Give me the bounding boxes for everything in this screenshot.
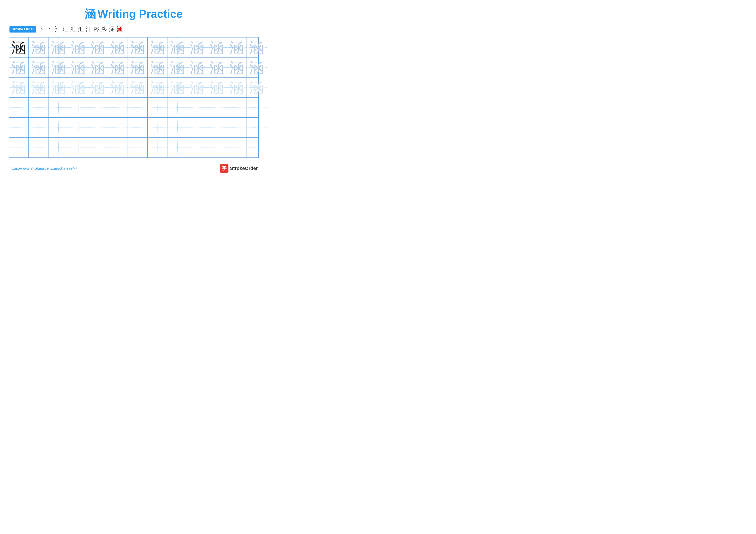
grid-cell-r2-c8[interactable]: 涵 [148, 58, 168, 77]
cell-character: 涵 [111, 80, 125, 95]
cell-character: 涵 [210, 60, 224, 75]
grid-cell-r4-c11[interactable] [207, 98, 227, 117]
grid-cell-r2-c6[interactable]: 涵 [108, 58, 128, 77]
grid-cell-r4-c10[interactable] [187, 98, 207, 117]
grid-cell-r5-c11[interactable] [207, 117, 227, 138]
grid-cell-r1-c2[interactable]: 涵 [29, 38, 48, 57]
stroke-1: 丶 [39, 25, 45, 33]
grid-cell-r2-c13[interactable]: 涵 [247, 58, 267, 77]
grid-cell-r6-c12[interactable] [227, 138, 247, 158]
cell-character: 涵 [111, 40, 125, 55]
grid-cell-r3-c12[interactable]: 涵 [227, 78, 247, 97]
cell-character: 涵 [130, 40, 145, 55]
grid-cell-r4-c2[interactable] [29, 98, 48, 117]
grid-cell-r5-c4[interactable] [68, 117, 88, 138]
grid-cell-r4-c1[interactable] [9, 98, 29, 117]
grid-cell-r3-c8[interactable]: 涵 [148, 78, 168, 97]
cell-character: 涵 [130, 60, 145, 75]
grid-cell-r2-c10[interactable]: 涵 [187, 58, 207, 77]
grid-cell-r4-c9[interactable] [168, 98, 187, 117]
grid-cell-r6-c2[interactable] [29, 138, 48, 158]
grid-cell-r5-c9[interactable] [168, 117, 187, 138]
grid-cell-r6-c10[interactable] [187, 138, 207, 158]
grid-cell-r5-c2[interactable] [29, 117, 48, 138]
grid-cell-r3-c7[interactable]: 涵 [128, 78, 148, 97]
stroke-4: 汇 [63, 25, 68, 33]
grid-cell-r5-c8[interactable] [148, 117, 168, 138]
grid-cell-r2-c3[interactable]: 涵 [48, 58, 68, 77]
grid-cell-r2-c7[interactable]: 涵 [128, 58, 148, 77]
title-chinese-char: 涵 [85, 8, 96, 20]
grid-cell-r2-c12[interactable]: 涵 [227, 58, 247, 77]
grid-cell-r4-c6[interactable] [108, 98, 128, 117]
grid-cell-r6-c5[interactable] [88, 138, 108, 158]
grid-cell-r5-c1[interactable] [9, 117, 29, 138]
grid-cell-r4-c4[interactable] [68, 98, 88, 117]
grid-cell-r4-c8[interactable] [148, 98, 168, 117]
grid-cell-r1-c4[interactable]: 涵 [68, 38, 88, 57]
grid-cell-r1-c8[interactable]: 涵 [148, 38, 168, 57]
grid-cell-r6-c8[interactable] [148, 138, 168, 158]
cell-character: 涵 [71, 80, 86, 95]
grid-cell-r4-c7[interactable] [128, 98, 148, 117]
grid-cell-r1-c9[interactable]: 涵 [168, 38, 187, 57]
grid-cell-r6-c11[interactable] [207, 138, 227, 158]
grid-cell-r5-c13[interactable] [247, 117, 267, 138]
footer-brand: 字 StrokeOrder [220, 164, 258, 173]
stroke-10: 涿 [109, 25, 115, 33]
grid-cell-r3-c4[interactable]: 涵 [68, 78, 88, 97]
grid-cell-r5-c5[interactable] [88, 117, 108, 138]
grid-cell-r5-c12[interactable] [227, 117, 247, 138]
grid-cell-r4-c3[interactable] [48, 98, 68, 117]
grid-cell-r3-c9[interactable]: 涵 [168, 78, 187, 97]
cell-character: 涵 [249, 80, 264, 95]
grid-cell-r6-c7[interactable] [128, 138, 148, 158]
cell-character: 涵 [12, 80, 26, 95]
grid-cell-r3-c2[interactable]: 涵 [29, 78, 48, 97]
grid-cell-r1-c10[interactable]: 涵 [187, 38, 207, 57]
grid-cell-r2-c5[interactable]: 涵 [88, 58, 108, 77]
grid-cell-r3-c10[interactable]: 涵 [187, 78, 207, 97]
grid-cell-r1-c7[interactable]: 涵 [128, 38, 148, 57]
grid-cell-r5-c6[interactable] [108, 117, 128, 138]
grid-row-3: 涵涵涵涵涵涵涵涵涵涵涵涵涵 [9, 78, 258, 98]
grid-cell-r2-c9[interactable]: 涵 [168, 58, 187, 77]
grid-cell-r1-c3[interactable]: 涵 [48, 38, 68, 57]
grid-cell-r1-c5[interactable]: 涵 [88, 38, 108, 57]
cell-character: 涵 [210, 40, 224, 55]
grid-cell-r6-c3[interactable] [48, 138, 68, 158]
grid-cell-r3-c5[interactable]: 涵 [88, 78, 108, 97]
stroke-2: 丶 [47, 25, 53, 33]
cell-character: 涵 [249, 40, 264, 55]
grid-cell-r2-c1[interactable]: 涵 [9, 58, 29, 77]
grid-cell-r5-c10[interactable] [187, 117, 207, 138]
cell-character: 涵 [249, 60, 264, 75]
grid-cell-r4-c5[interactable] [88, 98, 108, 117]
grid-cell-r3-c3[interactable]: 涵 [48, 78, 68, 97]
grid-cell-r5-c3[interactable] [48, 117, 68, 138]
grid-cell-r5-c7[interactable] [128, 117, 148, 138]
grid-cell-r1-c6[interactable]: 涵 [108, 38, 128, 57]
grid-cell-r4-c13[interactable] [247, 98, 267, 117]
grid-cell-r4-c12[interactable] [227, 98, 247, 117]
grid-cell-r1-c11[interactable]: 涵 [207, 38, 227, 57]
grid-cell-r3-c1[interactable]: 涵 [9, 78, 29, 97]
grid-cell-r6-c1[interactable] [9, 138, 29, 158]
grid-cell-r1-c13[interactable]: 涵 [247, 38, 267, 57]
grid-cell-r2-c2[interactable]: 涵 [29, 58, 48, 77]
grid-cell-r6-c13[interactable] [247, 138, 267, 158]
grid-cell-r2-c11[interactable]: 涵 [207, 58, 227, 77]
grid-cell-r6-c6[interactable] [108, 138, 128, 158]
cell-character: 涵 [91, 80, 105, 95]
grid-cell-r3-c6[interactable]: 涵 [108, 78, 128, 97]
cell-character: 涵 [190, 60, 204, 75]
cell-character: 涵 [170, 40, 185, 55]
grid-cell-r2-c4[interactable]: 涵 [68, 58, 88, 77]
footer-url-link[interactable]: https://www.strokeorder.com/chinese/涵 [10, 166, 78, 171]
grid-cell-r6-c9[interactable] [168, 138, 187, 158]
grid-cell-r1-c1[interactable]: 涵 [9, 38, 29, 57]
grid-cell-r6-c4[interactable] [68, 138, 88, 158]
grid-cell-r3-c11[interactable]: 涵 [207, 78, 227, 97]
grid-cell-r1-c12[interactable]: 涵 [227, 38, 247, 57]
grid-cell-r3-c13[interactable]: 涵 [247, 78, 267, 97]
